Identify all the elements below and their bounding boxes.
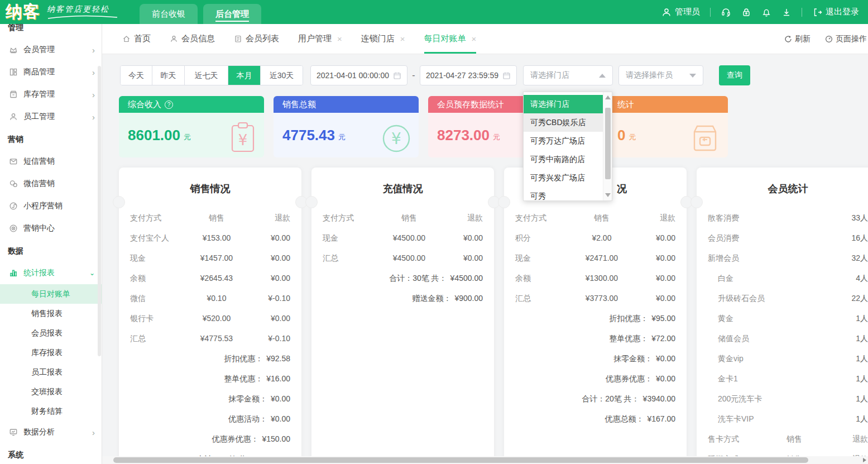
bell-icon[interactable] <box>761 7 771 17</box>
operator-select[interactable]: 请选择操作员 <box>618 65 703 85</box>
quick-range-button[interactable]: 近30天 <box>261 66 303 85</box>
close-icon[interactable]: × <box>337 34 342 44</box>
sidebar-item-sms-marketing[interactable]: 短信营销 <box>0 150 102 173</box>
sidebar-item-staff-report[interactable]: 员工报表 <box>0 362 102 382</box>
stat-value: 4775.43 <box>282 127 335 144</box>
help-icon[interactable]: ? <box>165 101 173 109</box>
member-stat-row: 洗车卡VIP1人 <box>697 409 868 429</box>
summary-row: 优惠券优惠：¥0.00 <box>504 369 687 389</box>
summary-row: 优惠活动：¥0.00 <box>119 409 301 429</box>
refresh-icon <box>784 35 792 43</box>
store-option[interactable]: 可秀中南路的店 <box>524 150 603 169</box>
sale-method-header: 售卡方式销售退款 <box>697 429 868 449</box>
tab-chain-stores[interactable]: 连锁门店 × <box>361 24 405 54</box>
caret-up-icon <box>599 74 606 78</box>
sidebar-item-shift-report[interactable]: 交班报表 <box>0 382 102 401</box>
dropdown-scrollbar[interactable] <box>603 92 612 200</box>
panel-title: 充值情况 <box>311 168 494 203</box>
sidebar-item-inventory-management[interactable]: 库存管理› <box>0 83 102 106</box>
sidebar-item-daily-statement[interactable]: 每日对账单 <box>0 284 102 304</box>
quick-range-button[interactable]: 今天 <box>121 66 152 85</box>
close-icon[interactable]: × <box>400 34 405 44</box>
horizontal-scrollbar[interactable] <box>102 456 868 464</box>
sidebar-item-staff-management[interactable]: 员工管理› <box>0 106 102 128</box>
scroll-down-icon[interactable] <box>605 193 611 197</box>
tab-daily-statement[interactable]: 每日对账单 × <box>424 24 477 54</box>
chevron-right-icon: › <box>92 90 95 99</box>
query-button[interactable]: 查询 <box>719 65 750 85</box>
stat-card-total-income: 综合收入 ? 8601.00 元 ¥ <box>119 96 264 157</box>
chevron-right-icon: › <box>92 45 95 55</box>
sidebar-item-wechat-marketing[interactable]: 微信营销 <box>0 173 102 195</box>
start-date-input[interactable]: 2021-04-01 00:00:00 <box>310 65 407 85</box>
store-dropdown: 请选择门店 可秀CBD娱乐店 可秀万达广场店 可秀中南路的店 可秀兴发广场店 可… <box>523 92 612 201</box>
tab-member-info[interactable]: 会员信息 <box>170 24 215 54</box>
nav-tab-front-cashier[interactable]: 前台收银 <box>140 4 198 24</box>
clipboard-icon <box>234 35 242 43</box>
page-actions-button[interactable]: 页面操作 <box>825 34 867 44</box>
sidebar-item-inventory-report[interactable]: 库存报表 <box>0 343 102 362</box>
topbar-nav: 前台收银 后台管理 <box>140 0 261 24</box>
table-row: 现金¥4500.00¥0.00 <box>311 228 494 248</box>
calendar-icon <box>502 71 511 80</box>
tab-home[interactable]: 首页 <box>122 24 151 54</box>
sidebar-item-statistics-reports[interactable]: 统计报表⌄ <box>0 262 102 284</box>
sidebar-item-sales-report[interactable]: 销售报表 <box>0 304 102 323</box>
divider <box>710 8 711 17</box>
table-header: 支付方式销售退款 <box>311 203 494 228</box>
table-header: 支付方式销售退款 <box>504 203 687 228</box>
sidebar-item-product-management[interactable]: 商品管理› <box>0 61 102 83</box>
sidebar-item-miniprogram-marketing[interactable]: 小程序营销 <box>0 195 102 217</box>
close-icon[interactable]: × <box>472 34 477 44</box>
scrollbar-thumb[interactable] <box>605 108 611 179</box>
lock-icon[interactable] <box>741 7 751 17</box>
user-menu[interactable]: 管理员 <box>661 7 700 17</box>
sidebar-item-finance-settlement[interactable]: 财务结算 <box>0 401 102 421</box>
horizontal-scrollbar-thumb[interactable] <box>113 457 808 463</box>
nav-tab-backoffice[interactable]: 后台管理 <box>203 4 261 24</box>
store-select[interactable]: 请选择门店 <box>523 65 613 85</box>
member-stat-row: 散客消费33人 <box>697 208 868 228</box>
tab-member-list[interactable]: 会员列表 <box>234 24 279 54</box>
table-header: 支付方式销售退款 <box>119 203 301 228</box>
download-icon[interactable] <box>781 7 792 17</box>
sidebar-section-data: 数据 <box>0 240 102 262</box>
page-tabbar: 首页 会员信息 会员列表 用户管理 × 连锁门店 × 每日对账单 × 刷新 <box>102 24 868 54</box>
sidebar-item-member-report[interactable]: 会员报表 <box>0 323 102 343</box>
notch-decoration <box>305 196 318 208</box>
support-headset-icon[interactable] <box>721 7 731 17</box>
store-option[interactable]: 可秀万达广场店 <box>524 132 603 150</box>
quick-range-button[interactable]: 近七天 <box>185 66 228 85</box>
logo-area: 纳客 纳客管店更轻松 <box>0 1 140 23</box>
table-row: 积分¥2.00¥0.00 <box>504 228 687 248</box>
box-return-icon <box>689 119 721 154</box>
refresh-button[interactable]: 刷新 <box>784 34 811 44</box>
sidebar-item-marketing-center[interactable]: 营销中心 <box>0 217 102 240</box>
end-date-input[interactable]: 2021-04-27 23:59:59 <box>420 65 517 85</box>
sidebar-scrollbar[interactable] <box>98 66 101 356</box>
table-row: 汇总¥4775.53¥-0.10 <box>119 328 301 348</box>
store-option[interactable]: 可秀兴发广场店 <box>524 169 603 187</box>
quick-range-button[interactable]: 本月 <box>228 66 261 85</box>
slogan-underline <box>47 15 118 20</box>
quick-range-button[interactable]: 昨天 <box>152 66 185 85</box>
member-stat-rows: 散客消费33人 会员消费16人 新增会员32人 白金4人 <box>697 208 868 429</box>
sidebar-item-data-analysis[interactable]: 数据分析› <box>0 421 102 443</box>
crown-icon <box>9 45 18 54</box>
stat-unit: 元 <box>184 132 191 142</box>
summary-row: 合计：20笔 共：¥3940.00 <box>504 389 687 409</box>
store-option[interactable]: 请选择门店 <box>524 95 603 113</box>
user-icon <box>170 35 178 43</box>
summary-row: 抹零金额：¥0.00 <box>119 389 301 409</box>
scroll-right-icon[interactable] <box>863 458 866 462</box>
scroll-up-icon[interactable] <box>605 95 611 99</box>
store-option[interactable]: 可秀CBD娱乐店 <box>524 113 603 132</box>
summary-row: 整单优惠：¥72.00 <box>504 328 687 348</box>
envelope-icon <box>9 157 18 166</box>
sidebar-item-member-management[interactable]: 会员管理› <box>0 39 102 61</box>
store-option[interactable]: 可秀 <box>524 187 603 200</box>
tab-user-management[interactable]: 用户管理 × <box>298 24 342 54</box>
member-stat-row: 升级砖石会员22人 <box>697 288 868 308</box>
logout-button[interactable]: 退出登录 <box>812 7 859 17</box>
panel-sales: 销售情况 支付方式销售退款 支付宝个人¥153.00¥0.00 现金¥1457.… <box>119 168 301 464</box>
